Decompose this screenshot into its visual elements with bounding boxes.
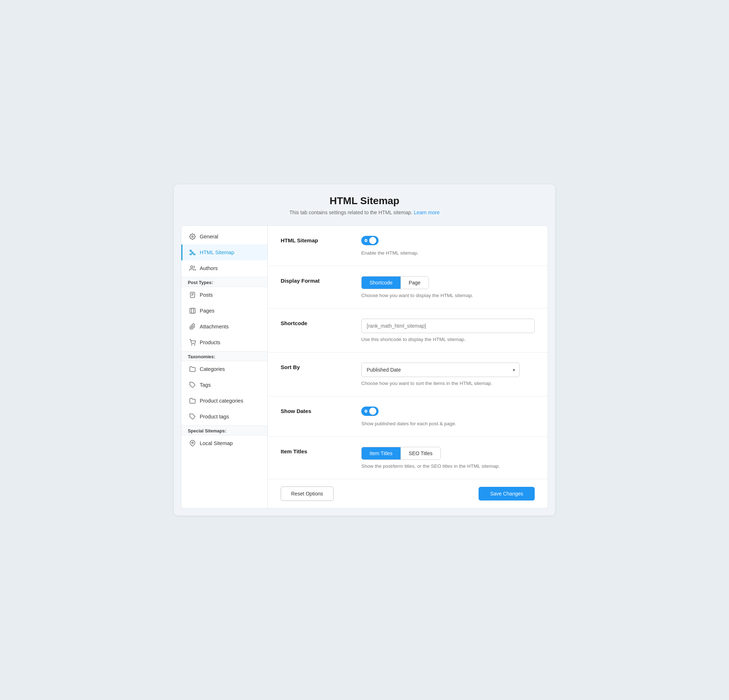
gear-icon (189, 233, 196, 240)
svg-point-0 (192, 236, 193, 238)
document-icon (189, 291, 196, 298)
svg-rect-1 (190, 250, 192, 251)
sort-by-select-wrap: Published Date Modified Date Alphabetica… (361, 362, 520, 377)
sidebar-item-local-sitemap[interactable]: Local Sitemap (182, 435, 267, 451)
section-special-sitemaps: Special Sitemaps: (182, 425, 267, 435)
shortcode-desc: Use this shortcode to display the HTML s… (361, 337, 535, 342)
sidebar-item-products[interactable]: Products (182, 335, 267, 350)
sort-by-desc: Choose how you want to sort the items in… (361, 381, 535, 386)
show-dates-toggle-on[interactable] (361, 406, 379, 416)
seo-titles-btn[interactable]: SEO Titles (401, 447, 440, 460)
display-format-group: Shortcode Page (361, 276, 429, 289)
shortcode-input[interactable] (361, 319, 535, 333)
page-header: HTML Sitemap This tab contains settings … (181, 195, 548, 215)
product-tag-icon (189, 413, 196, 420)
display-format-shortcode-btn[interactable]: Shortcode (362, 277, 401, 289)
show-dates-label: Show Dates (281, 408, 311, 414)
sidebar-item-product-categories[interactable]: Product categories (182, 393, 267, 409)
setting-sort-by: Sort By Published Date Modified Date Alp… (268, 352, 547, 396)
product-folder-icon (189, 397, 196, 405)
setting-display-format: Display Format Shortcode Page Choose how… (268, 266, 547, 309)
content-area: HTML Sitemap Enable the HTML sitemap. (268, 226, 547, 508)
tag-icon (189, 381, 196, 389)
sidebar-product-categories-label: Product categories (200, 398, 243, 404)
svg-point-17 (192, 345, 192, 345)
sort-by-select[interactable]: Published Date Modified Date Alphabetica… (361, 362, 520, 377)
sort-by-label: Sort By (281, 364, 300, 370)
sidebar-item-html-sitemap[interactable]: HTML Sitemap (182, 244, 267, 260)
page-title: HTML Sitemap (181, 195, 548, 207)
display-format-label: Display Format (281, 278, 319, 284)
section-post-types: Post Types: (182, 277, 267, 287)
sidebar-item-tags[interactable]: Tags (182, 377, 267, 393)
sidebar-html-sitemap-label: HTML Sitemap (200, 250, 234, 255)
paperclip-icon (189, 323, 196, 330)
pages-icon (189, 307, 196, 314)
footer-bar: Reset Options Save Changes (268, 479, 547, 508)
sidebar-attachments-label: Attachments (200, 324, 229, 329)
cart-icon (189, 339, 196, 346)
learn-more-link[interactable]: Learn more (414, 210, 440, 215)
html-sitemap-toggle[interactable] (361, 236, 379, 245)
show-dates-knob (369, 407, 376, 415)
sidebar-pages-label: Pages (200, 308, 215, 314)
sidebar-authors-label: Authors (200, 265, 218, 271)
reset-options-button[interactable]: Reset Options (281, 486, 334, 501)
display-format-desc: Choose how you want to display the HTML … (361, 293, 535, 298)
shortcode-label: Shortcode (281, 320, 307, 326)
toggle-on[interactable] (361, 236, 379, 245)
svg-point-18 (194, 345, 195, 345)
sitemap-icon (189, 249, 196, 256)
svg-point-10 (191, 266, 193, 268)
main-layout: General HTML Sitemap Authors (181, 226, 548, 508)
sidebar-posts-label: Posts (200, 292, 213, 298)
show-dates-desc: Show published dates for each post & pag… (361, 421, 535, 426)
display-format-page-btn[interactable]: Page (401, 277, 428, 289)
sidebar-item-categories[interactable]: Categories (182, 361, 267, 377)
toggle-knob (369, 237, 376, 244)
outer-card: HTML Sitemap This tab contains settings … (174, 184, 555, 516)
setting-html-sitemap: HTML Sitemap Enable the HTML sitemap. (268, 226, 547, 266)
item-titles-group: Item Titles SEO Titles (361, 447, 441, 460)
sidebar-local-sitemap-label: Local Sitemap (200, 440, 233, 446)
location-icon (189, 440, 196, 447)
sidebar-item-authors[interactable]: Authors (182, 260, 267, 276)
section-taxonomies: Taxonomies: (182, 351, 267, 361)
folder-icon (189, 365, 196, 373)
sidebar: General HTML Sitemap Authors (182, 226, 268, 508)
setting-shortcode: Shortcode Use this shortcode to display … (268, 309, 547, 352)
item-titles-desc: Show the post/term titles, or the SEO ti… (361, 463, 535, 469)
setting-item-titles: Item Titles Item Titles SEO Titles Show … (268, 437, 547, 479)
sidebar-item-general[interactable]: General (182, 228, 267, 244)
html-sitemap-label: HTML Sitemap (281, 237, 318, 243)
save-changes-button[interactable]: Save Changes (479, 487, 535, 501)
sidebar-item-posts[interactable]: Posts (182, 287, 267, 303)
users-icon (189, 265, 196, 272)
show-dates-toggle[interactable] (361, 406, 379, 416)
page-subtitle: This tab contains settings related to th… (181, 210, 548, 215)
sidebar-item-pages[interactable]: Pages (182, 303, 267, 319)
sidebar-item-product-tags[interactable]: Product tags (182, 409, 267, 425)
html-sitemap-desc: Enable the HTML sitemap. (361, 250, 535, 256)
setting-show-dates: Show Dates Show published dates for each… (268, 396, 547, 437)
sidebar-categories-label: Categories (200, 366, 225, 372)
svg-point-21 (192, 442, 193, 444)
sidebar-product-tags-label: Product tags (200, 414, 229, 419)
item-titles-btn[interactable]: Item Titles (362, 447, 401, 460)
item-titles-label: Item Titles (281, 448, 307, 454)
sidebar-tags-label: Tags (200, 382, 211, 388)
sidebar-products-label: Products (200, 339, 220, 345)
sidebar-item-attachments[interactable]: Attachments (182, 319, 267, 335)
sidebar-general-label: General (200, 234, 218, 239)
